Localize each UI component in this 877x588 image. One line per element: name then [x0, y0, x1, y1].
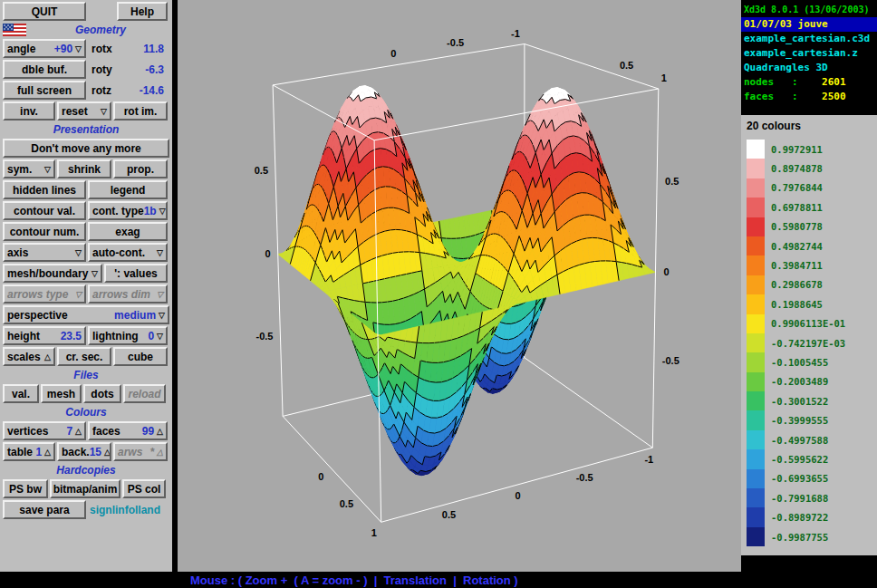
- axis-button[interactable]: axis▽: [3, 243, 86, 262]
- rot-im-button[interactable]: rot im.: [113, 101, 168, 120]
- scales-button[interactable]: scales△: [3, 347, 55, 366]
- angle-button-label: angle: [7, 43, 35, 55]
- quit-button[interactable]: QUIT: [3, 2, 86, 21]
- legend-row: -0.7991688: [747, 488, 877, 507]
- perspective-button[interactable]: perspectivemedium▽: [3, 305, 169, 324]
- legend-value: 0.2986678: [771, 279, 823, 290]
- auto-cont-button[interactable]: auto-cont.▽: [88, 243, 168, 262]
- angle-button[interactable]: angle+90▽: [3, 39, 86, 58]
- axis-tick-label: 0: [318, 471, 323, 482]
- up-arrow-icon: △: [157, 427, 163, 436]
- bitmap-anim-button[interactable]: bitmap/anim: [50, 479, 120, 498]
- prop-button-label: prop.: [127, 163, 154, 176]
- back-button-value: 15: [90, 446, 101, 458]
- legend-swatch: [747, 410, 765, 429]
- mesh-button[interactable]: mesh: [41, 384, 82, 403]
- legend-row: -0.742197E-03: [747, 333, 877, 352]
- cont-type-button-value: 1b: [144, 205, 157, 217]
- arws-button[interactable]: arws*△: [113, 442, 168, 461]
- shrink-button[interactable]: shrink: [57, 159, 111, 178]
- lightning-button[interactable]: lightning0▽: [88, 326, 168, 345]
- contour-num-button[interactable]: contour num.: [3, 222, 86, 241]
- legend-value: -0.4997588: [771, 435, 828, 446]
- axis-tick-label: 0.5: [665, 176, 679, 187]
- section-presentation-label: Presentation: [53, 123, 120, 136]
- up-arrow-icon: △: [44, 448, 51, 457]
- faces-count-line: faces : 2500: [741, 90, 877, 104]
- legend-title: 20 colours: [747, 120, 877, 132]
- date-user-text: 01/07/03 jouve: [741, 17, 877, 32]
- up-arrow-icon: △: [157, 448, 163, 457]
- vertices-button[interactable]: vertices7△: [3, 421, 86, 440]
- save-para-button[interactable]: save para: [3, 500, 86, 519]
- roty-field-value: -6.3: [145, 63, 164, 76]
- down-arrow-icon: ▽: [157, 332, 163, 341]
- legend-button[interactable]: legend: [88, 180, 168, 199]
- dble-buf-button[interactable]: dble buf.: [3, 60, 86, 79]
- table-button[interactable]: table1△: [3, 442, 55, 461]
- rotx-field-value: 11.8: [143, 43, 164, 55]
- down-arrow-icon: ▽: [92, 269, 98, 278]
- inv-button-label: inv.: [20, 105, 38, 118]
- contour-val-button[interactable]: contour val.: [3, 201, 86, 220]
- dots-button[interactable]: dots: [83, 384, 121, 403]
- surface-plot[interactable]: 0-0.5-10.510.50-0.50.50-0.500.510.50-0.5…: [178, 0, 741, 572]
- faces-label: faces :: [744, 91, 798, 102]
- values-button[interactable]: ': values: [104, 264, 168, 283]
- legend-value: 0.6978811: [771, 202, 823, 213]
- mesh-boundary-button[interactable]: mesh/boundary▽: [3, 264, 102, 283]
- mesh-stats: nodes : 2601faces : 2500: [741, 75, 877, 104]
- axis-tick-label: 1: [371, 527, 377, 538]
- val-button[interactable]: val.: [3, 384, 39, 403]
- filename-field[interactable]: signlinfolland: [88, 500, 168, 519]
- section-presentation: Presentation: [3, 122, 169, 137]
- axis-tick-label: 0.5: [255, 165, 268, 176]
- contour-val-button-label: contour val.: [14, 205, 75, 217]
- faces-button[interactable]: faces99△: [88, 421, 168, 440]
- legend-row: 0.4982744: [747, 236, 877, 255]
- sym-button[interactable]: sym.▽: [3, 159, 55, 178]
- exag-button[interactable]: exag: [88, 222, 168, 241]
- arrows-dim-button[interactable]: arrows dim▽: [88, 284, 168, 304]
- prop-button[interactable]: prop.: [113, 159, 168, 178]
- legend-swatch: [747, 198, 765, 217]
- file-line: Quadrangles 3D: [741, 61, 877, 75]
- reload-button[interactable]: reload: [123, 384, 166, 403]
- contour-num-button-label: contour num.: [10, 226, 80, 238]
- ps-bw-button[interactable]: PS bw: [3, 479, 48, 498]
- full-screen-button[interactable]: full screen: [3, 81, 86, 100]
- cont-type-button[interactable]: cont. type1b▽: [88, 201, 168, 220]
- help-button[interactable]: Help: [117, 2, 168, 21]
- plot-canvas[interactable]: 0-0.5-10.510.50-0.50.50-0.500.510.50-0.5…: [178, 0, 741, 572]
- auto-cont-button-label: auto-cont.: [92, 246, 145, 259]
- axis-tick-label: -1: [644, 454, 653, 465]
- inv-button[interactable]: inv.: [3, 101, 55, 120]
- legend-swatch: [747, 372, 765, 391]
- don-t-move-any-more-button[interactable]: Don't move any more: [3, 139, 169, 158]
- shrink-button-label: shrink: [68, 163, 101, 176]
- faces-button-value: 99: [142, 425, 154, 438]
- height-button[interactable]: height23.5: [3, 326, 86, 345]
- mouse-help-text: Mouse : ( Zoom + ( A = zoom - ) | Transl…: [0, 573, 518, 588]
- down-arrow-icon: ▽: [101, 107, 107, 116]
- legend-swatch: [747, 507, 765, 526]
- ps-col-button[interactable]: PS col: [122, 479, 166, 498]
- full-screen-button-label: full screen: [17, 84, 72, 97]
- reset-button[interactable]: reset▽: [57, 101, 111, 120]
- cube-button[interactable]: cube: [113, 347, 168, 366]
- back-button[interactable]: back.15△: [57, 442, 111, 461]
- legend-rows: 0.99729110.89748780.79768440.69788110.59…: [747, 140, 877, 546]
- cube-button-label: cube: [128, 351, 153, 363]
- legend-value: -0.2003489: [771, 376, 828, 387]
- legend-value: -0.8989722: [771, 512, 828, 523]
- legend-row: 0.2986678: [747, 275, 877, 294]
- ps-bw-button-label: PS bw: [9, 483, 42, 496]
- cr-sec-button[interactable]: cr. sec.: [57, 347, 111, 366]
- legend-row: -0.1005455: [747, 352, 877, 371]
- rotx-field: rotx11.8: [88, 39, 168, 58]
- hidden-lines-button[interactable]: hidden lines: [3, 180, 86, 199]
- exag-button-label: exag: [115, 226, 140, 238]
- legend-row: -0.2003489: [747, 372, 877, 391]
- arrows-type-button[interactable]: arrows type▽: [3, 284, 86, 304]
- axis-tick-label: 0.5: [442, 509, 456, 520]
